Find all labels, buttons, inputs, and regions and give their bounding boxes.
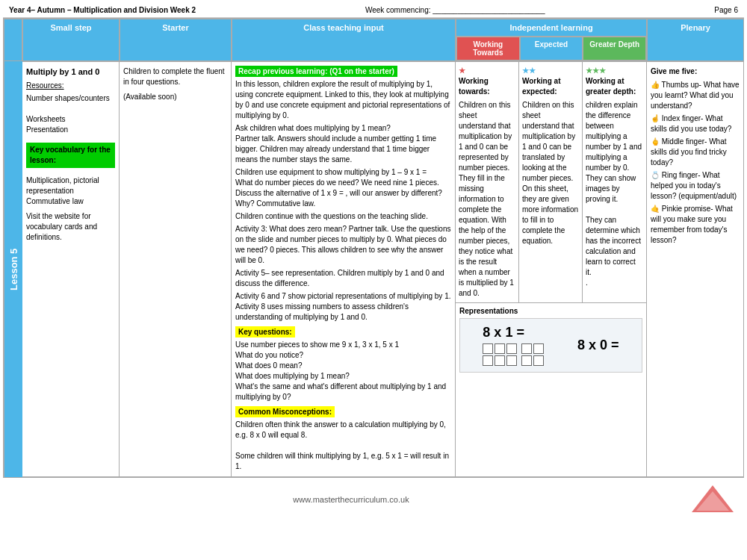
plenary-cell: Give me five: 👍 Thumbs up- What have you… [647,61,744,477]
page-title: Year 4– Autumn – Multiplication and Divi… [9,6,196,14]
main-content: Lesson 5 Multiply by 1 and 0 Resources: … [3,61,744,478]
greater-depth-col: ★★★ Working at greater depth: children e… [583,62,646,302]
equation-1: 8 x 1 = [483,325,544,340]
plenary-title: Give me five: [651,66,740,77]
small-step-cell: Multiply by 1 and 0 Resources: Number sh… [22,61,120,477]
available-soon: (Available soon) [123,92,227,102]
gd-stars: ★★★ [586,66,643,76]
rep-title: Representations [459,307,642,315]
children-use: Children use equipment to show multiplyi… [235,167,451,209]
gd-text: children explain the difference between … [586,100,643,278]
col-header-independent: Independent learning Working Towards Exp… [456,19,647,61]
plenary-pinkie: 🤙 Pinkie promise- What will you make sur… [651,204,740,246]
eq2-container: 8 x 0 = [577,337,619,353]
misconceptions-label: Common Misconceptions: [235,407,451,417]
footer: www.masterthecurriculum.co.uk Master The… [3,478,744,521]
independent-cell: ★ Working towards: Children on this shee… [456,61,647,477]
week-commencing: Week commencing: _______________________… [196,6,714,14]
starter-text: Children to complete the fluent in four … [123,66,227,87]
recap-body: In this lesson, children explore the res… [235,79,451,121]
plenary-index: ☝ Index finger- What skills did you use … [651,113,740,134]
number-pieces-1 [483,343,544,366]
page-wrapper: Year 4– Autumn – Multiplication and Divi… [0,0,747,524]
exp-subheader: Working at expected: [522,76,579,97]
recap-label: Recap previous learning: (Q1 on the star… [235,66,451,77]
col-header-small-step: Small step [22,19,120,61]
sub-header-greater-depth: Greater Depth [583,37,646,60]
exp-text: Children on this sheet understand that m… [522,100,579,246]
sub-header-working-towards: Working Towards [456,37,520,60]
extra-vocab: Multiplication, pictorial representation… [26,175,115,207]
activity5: Activity 5– see representation. Children… [235,268,451,289]
starter-cell: Children to complete the fluent in four … [120,61,232,477]
independent-grid: ★ Working towards: Children on this shee… [456,62,646,302]
multiply-title: Multiply by 1 and 0 [26,66,115,78]
gd-dot: . [586,278,643,288]
lesson-label: Lesson 5 [4,61,22,477]
col-header-plenary: Plenary [647,19,744,61]
gd-subheader: Working at greater depth: [586,76,643,97]
logo-area: Master The Curriculum [690,484,735,515]
activity3: Activity 3: What does zero mean? Partner… [235,224,451,266]
rep-box: 8 x 1 = [459,318,642,373]
page-number: Page 6 [714,6,738,14]
middle-icon: 🖕 [651,137,660,146]
exp-stars: ★★ [522,66,579,76]
logo-icon: Master The Curriculum [690,484,735,514]
misconceptions-text: Children often think the answer to a cal… [235,420,451,472]
resources-label: Resources: [26,81,115,91]
key-questions-text: Use number pieces to show me 9 x 1, 3 x … [235,340,451,402]
wt-stars: ★ [459,66,515,76]
plenary-ring: 💍 Ring finger- What helped you in today'… [651,170,740,202]
vocab-box: Key vocabulary for the lesson: [26,140,115,171]
footer-website: www.masterthecurriculum.co.uk [12,495,690,504]
wt-text: Children on this sheet understand that m… [459,100,515,299]
col-header-starter: Starter [120,19,232,61]
equation-2: 8 x 0 = [577,337,619,353]
representations-section: Representations 8 x 1 = [456,302,646,376]
working-towards-col: ★ Working towards: Children on this shee… [456,62,519,302]
visit-text: Visit the website for vocabulary cards a… [26,211,115,243]
index-icon: ☝ [651,114,660,122]
class-teaching-cell: Recap previous learning: (Q1 on the star… [232,61,456,477]
activity6: Activity 6 and 7 show pictorial represen… [235,291,451,323]
key-questions-label: Key questions: [235,327,451,337]
column-headers: Small step Starter Class teaching input … [3,18,744,61]
expected-col: ★★ Working at expected: Children on this… [519,62,583,302]
continue-text: Children continue with the questions on … [235,211,451,222]
wt-subheader: Working towards: [459,76,515,97]
col-header-class-teaching: Class teaching input [232,19,456,61]
pinkie-icon: 🤙 [651,205,660,213]
plenary-middle: 🖕 Middle finger- What skills did you fin… [651,137,740,168]
ask-text: Ask children what does multiplying by 1 … [235,123,451,165]
plenary-thumbs: 👍 Thumbs up- What have you learnt? What … [651,80,740,111]
ring-icon: 💍 [651,171,660,179]
page-header: Year 4– Autumn – Multiplication and Divi… [3,3,744,18]
thumbs-icon: 👍 [651,81,660,89]
resources-text: Number shapes/countersWorksheetsPresenta… [26,93,115,135]
sub-header-expected: Expected [520,37,583,60]
eq1-container: 8 x 1 = [483,325,544,366]
col-header-lesson [4,19,22,61]
